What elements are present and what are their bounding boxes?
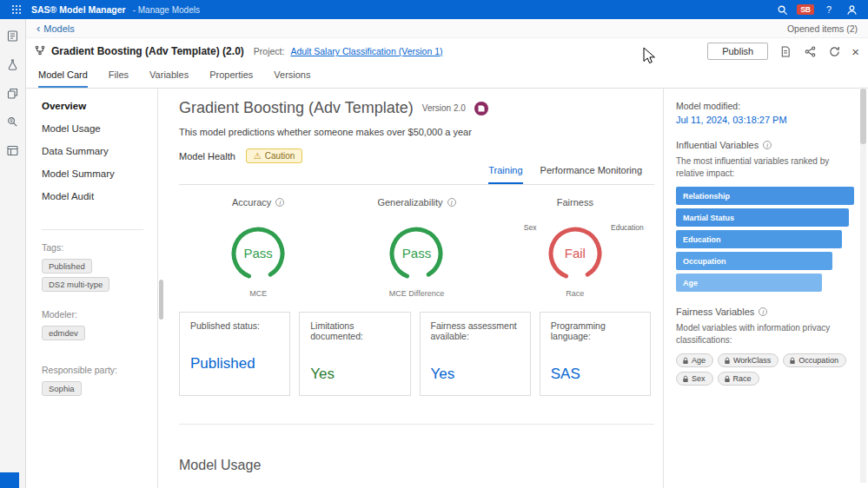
info-icon[interactable] (759, 307, 767, 316)
divider (179, 424, 654, 425)
nav-item-overview[interactable]: Overview (42, 101, 149, 111)
influential-bar: Martial Status (676, 208, 849, 227)
page-scrollbar[interactable] (860, 87, 866, 483)
model-version-label: Version 2.0 (422, 103, 466, 113)
gauge-metric-label: MCE Difference (337, 289, 495, 298)
document-icon[interactable] (779, 44, 792, 58)
gauge-title: Accuracy (232, 197, 271, 208)
stat-card-programming-language: Programming language: SAS (540, 312, 651, 396)
tag-chip: Published (42, 259, 92, 274)
privacy-chip: Age (676, 353, 713, 367)
model-description: This model predictions whether someone m… (179, 127, 654, 137)
subtab-training[interactable]: Training (488, 165, 522, 184)
page-title: Gradient Boosting (Adv Template) (2.0) (51, 45, 244, 57)
influential-variables-title: Influential Variables (676, 140, 759, 150)
model-health-label: Model Health (179, 151, 235, 162)
close-icon[interactable]: × (851, 45, 859, 58)
privacy-chip: WorkClass (718, 353, 779, 367)
fairness-variables-desc: Model variables with information privacy… (676, 322, 854, 346)
tab-properties[interactable]: Properties (209, 69, 253, 88)
model-role-badge-icon (474, 102, 488, 115)
tab-variables[interactable]: Variables (149, 69, 189, 88)
object-title-bar: Gradient Boosting (Adv Template) (2.0) P… (26, 38, 868, 64)
nav-item-model-usage[interactable]: Model Usage (42, 123, 149, 134)
lock-icon (682, 357, 689, 365)
model-modified-value[interactable]: Jul 11, 2024, 03:18:27 PM (676, 115, 854, 125)
model-usage-title: Model Usage (179, 458, 654, 473)
share-icon[interactable] (803, 44, 817, 58)
content-scrollbar-thumb[interactable] (159, 280, 163, 320)
project-label: Project: (254, 46, 285, 56)
model-modified-label: Model modified: (676, 101, 854, 111)
gauge-fairness: Fairness Sex Education Fail Race (496, 192, 654, 298)
user-menu-icon[interactable] (844, 2, 859, 17)
publish-button[interactable]: Publish (707, 43, 768, 60)
influential-variables-chart: Relationship Martial Status Education Oc… (676, 187, 854, 292)
gauge-result: Fail (543, 246, 607, 260)
gauge-generalizability: Generalizability Pass MCE Difference (337, 192, 495, 298)
top-app-bar: SAS® Model Manager - Manage Models SB ? (0, 0, 868, 19)
opened-items-link[interactable]: Opened items (2) (787, 23, 858, 34)
tags-label: Tags: (42, 242, 149, 253)
lock-icon (724, 375, 731, 383)
left-icon-rail (0, 19, 26, 488)
modeler-label: Modeler: (42, 309, 149, 320)
list-icon[interactable] (5, 142, 21, 158)
help-icon[interactable]: ? (821, 2, 837, 17)
user-avatar-badge[interactable]: SB (797, 4, 814, 16)
flask-icon[interactable] (5, 56, 21, 72)
app-window: SAS® Model Manager - Manage Models SB ? (0, 0, 868, 488)
info-icon[interactable] (447, 198, 456, 207)
copy-icon[interactable] (5, 85, 21, 101)
project-link[interactable]: Adult Salary Classification (Version 1) (290, 46, 442, 56)
modeler-chip: edmdev (42, 326, 85, 340)
info-icon[interactable] (763, 141, 772, 149)
info-icon[interactable] (275, 198, 284, 207)
stat-card-fairness-assessment: Fairness assessment available: Yes (420, 312, 531, 396)
responsible-party-label: Responsible party: (42, 365, 149, 375)
nav-item-model-audit[interactable]: Model Audit (42, 191, 149, 201)
tab-model-card[interactable]: Model Card (38, 69, 88, 88)
influential-bar: Education (676, 230, 842, 248)
lock-icon (682, 375, 689, 383)
explore-icon[interactable] (5, 114, 21, 129)
influential-variables-desc: The most influential variables ranked by… (676, 155, 854, 179)
nav-item-data-summary[interactable]: Data Summary (42, 146, 149, 156)
clipboard-icon[interactable] (5, 28, 21, 43)
content-area: Overview Model Usage Data Summary Model … (26, 89, 868, 488)
insights-panel: Model modified: Jul 11, 2024, 03:18:27 P… (663, 89, 868, 488)
lock-icon (789, 357, 796, 365)
model-card-nav: Overview Model Usage Data Summary Model … (26, 89, 158, 488)
rail-bottom-button[interactable] (0, 472, 19, 488)
page-scrollbar-thumb[interactable] (860, 89, 866, 144)
fairness-variables-title: Fairness Variables (676, 307, 754, 317)
privacy-chip: Occupation (783, 353, 846, 367)
workspace: Models Opened items (2) Gradient Boostin… (26, 19, 868, 488)
search-icon[interactable] (774, 2, 790, 17)
responsible-party-chip: Sophia (42, 381, 82, 396)
refresh-icon[interactable] (827, 44, 841, 58)
subtab-performance-monitoring[interactable]: Performance Monitoring (540, 165, 642, 184)
stat-card-limitations: Limitations documented: Yes (299, 312, 410, 396)
app-brand: SAS® Model Manager (31, 4, 126, 15)
gauge-label-education: Education (611, 223, 644, 232)
gauge-title: Generalizability (377, 197, 442, 208)
lock-icon (724, 357, 731, 365)
tab-files[interactable]: Files (109, 69, 129, 88)
app-section: - Manage Models (133, 5, 200, 15)
summary-cards: Published status: Published Limitations … (179, 312, 654, 396)
nav-item-model-summary[interactable]: Model Summary (42, 168, 149, 179)
gauge-label-sex: Sex (524, 223, 537, 232)
app-switcher-icon[interactable] (9, 2, 24, 17)
influential-bar: Occupation (676, 252, 832, 270)
health-status-badge: Caution (246, 148, 302, 163)
model-version-icon (35, 43, 45, 59)
back-to-models-link[interactable]: Models (36, 22, 75, 35)
gauge-accuracy: Accuracy Pass MCE (179, 192, 337, 298)
divider (42, 229, 143, 230)
stat-card-published-status: Published status: Published (179, 312, 290, 396)
tab-versions[interactable]: Versions (274, 69, 310, 88)
influential-bar: Relationship (676, 187, 854, 205)
overview-section: Gradient Boosting (Adv Template) Version… (158, 89, 663, 488)
influential-bar: Age (676, 274, 822, 292)
